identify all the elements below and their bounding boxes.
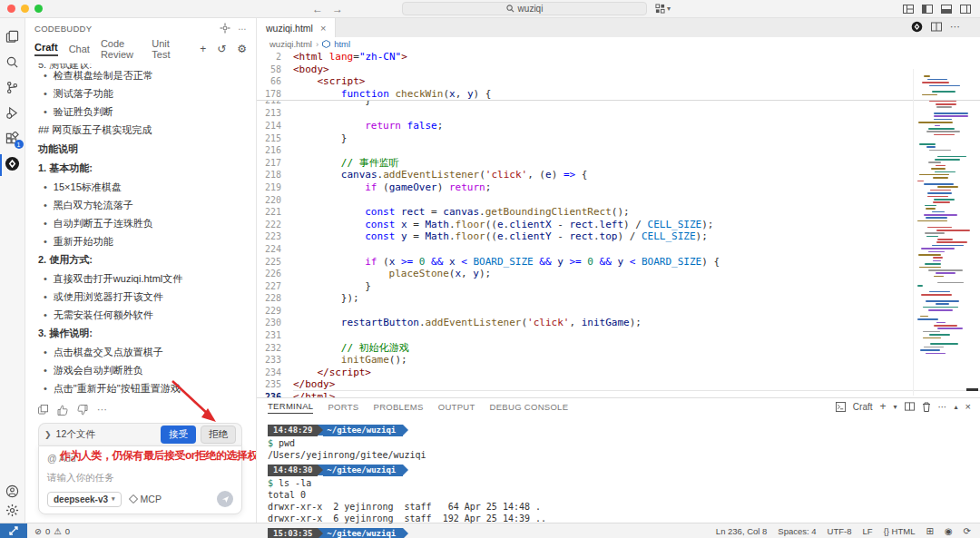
close-panel-icon[interactable]: × xyxy=(965,401,971,412)
panel-tab-ports[interactable]: PORTS xyxy=(328,402,358,412)
settings-gear-icon[interactable] xyxy=(5,504,19,517)
code-line[interactable]: 58<body> xyxy=(257,64,980,76)
new-chat-icon[interactable]: + xyxy=(200,43,206,55)
panel-more-actions-icon[interactable]: ⋯ xyxy=(938,402,947,412)
remote-indicator[interactable] xyxy=(0,523,27,538)
code-line[interactable]: 236</html> xyxy=(257,391,980,397)
sidebar-tab-unit-test[interactable]: Unit Test xyxy=(152,38,178,60)
code-line[interactable]: 230restartButton.addEventListener('click… xyxy=(257,317,980,329)
copilot-menu-button[interactable]: ▾ xyxy=(655,4,671,14)
code-line[interactable]: 215} xyxy=(257,132,980,145)
codebuddy-view-icon[interactable] xyxy=(0,151,25,176)
code-line[interactable]: 214return false; xyxy=(257,120,980,132)
section-title: 1. 基本功能: xyxy=(38,162,243,174)
code-line[interactable]: 216 xyxy=(257,144,980,157)
code-line[interactable]: 217// 事件监听 xyxy=(257,157,980,170)
chevron-right-icon[interactable]: ❯ xyxy=(44,430,52,439)
code-line[interactable]: 227} xyxy=(257,280,980,293)
kill-terminal-icon[interactable] xyxy=(922,402,931,412)
code-line[interactable]: 178function checkWin(x, y) { xyxy=(257,88,980,101)
move-view-icon[interactable] xyxy=(220,23,230,34)
files-count-label[interactable]: 12个文件 xyxy=(56,428,95,441)
code-line[interactable]: 221const rect = canvas.getBoundingClient… xyxy=(257,206,980,219)
model-selector[interactable]: deepseek-v3 ▾ xyxy=(47,492,122,507)
code-line[interactable]: 212} xyxy=(257,101,980,107)
code-line[interactable]: 219if (gameOver) return; xyxy=(257,181,980,194)
new-terminal-icon[interactable]: + xyxy=(880,400,887,413)
code-line[interactable]: 228}); xyxy=(257,292,980,305)
history-icon[interactable]: ↺ xyxy=(217,43,226,55)
window-controls[interactable] xyxy=(7,5,43,13)
customize-layout-icon[interactable] xyxy=(903,5,914,14)
overview-ruler[interactable] xyxy=(964,51,980,397)
code-line[interactable]: 234</script> xyxy=(257,367,980,379)
more-actions-icon[interactable]: ⋯ xyxy=(238,24,247,34)
code-line[interactable]: 66<script> xyxy=(257,75,980,88)
clipped-code-line[interactable]: 212} xyxy=(257,101,980,107)
code-line[interactable]: 235</body> xyxy=(257,378,980,391)
run-debug-icon[interactable] xyxy=(0,100,25,125)
editor-more-actions-icon[interactable]: ⋯ xyxy=(950,21,960,33)
close-window-button[interactable] xyxy=(7,5,15,13)
code-line[interactable]: 232// 初始化游戏 xyxy=(257,342,980,355)
sidebar-tab-craft[interactable]: Craft xyxy=(34,42,58,56)
code-line[interactable]: 2<html lang="zh-CN"> xyxy=(257,51,980,64)
panel-tab-terminal[interactable]: TERMINAL xyxy=(268,401,313,414)
copy-icon[interactable] xyxy=(38,405,48,415)
settings-icon[interactable]: ⚙ xyxy=(237,43,247,55)
explorer-icon[interactable] xyxy=(0,24,25,49)
panel-tab-debug-console[interactable]: DEBUG CONSOLE xyxy=(490,402,569,412)
mcp-button[interactable]: MCP xyxy=(129,494,162,504)
maximize-panel-icon[interactable]: ▴ xyxy=(955,403,958,411)
more-feedback-icon[interactable]: ⋯ xyxy=(97,404,107,416)
code-line[interactable]: 233initGame(); xyxy=(257,354,980,367)
code-line[interactable]: 218canvas.addEventListener('click', (e) … xyxy=(257,169,980,181)
code-line[interactable]: 222const x = Math.floor((e.clientX - rec… xyxy=(257,219,980,231)
thumbs-up-icon[interactable] xyxy=(57,405,68,416)
terminal-command: $ pwd xyxy=(268,437,980,449)
code-line[interactable]: 223const y = Math.floor((e.clientY - rec… xyxy=(257,230,980,243)
tab-wuziqi-html[interactable]: wuziqi.html × xyxy=(257,18,336,37)
panel-tab-problems[interactable]: PROBLEMS xyxy=(374,402,424,412)
command-center-search[interactable]: wuziqi xyxy=(402,2,647,15)
history-forward-button[interactable]: → xyxy=(332,3,343,15)
code-line[interactable]: 225if (x >= 0 && x < BOARD_SIZE && y >= … xyxy=(257,256,980,269)
thumbs-down-icon[interactable] xyxy=(77,405,88,416)
breadcrumb-file[interactable]: wuziqi.html xyxy=(270,39,312,49)
source-control-icon[interactable] xyxy=(0,74,25,100)
terminal-name-label[interactable]: Craft xyxy=(853,402,873,412)
extensions-icon[interactable]: 1 xyxy=(0,125,25,151)
code-line[interactable]: 213 xyxy=(257,107,980,120)
problems-summary[interactable]: ⊘ 0 ⚠ 0 xyxy=(34,526,70,536)
minimize-window-button[interactable] xyxy=(21,5,29,13)
toggle-secondary-sidebar-icon[interactable] xyxy=(960,5,971,14)
search-view-icon[interactable] xyxy=(0,49,25,74)
code-area[interactable]: 2<html lang="zh-CN">58<body>66<script>17… xyxy=(257,51,980,397)
toggle-panel-icon[interactable] xyxy=(941,5,952,14)
breadcrumb-symbol[interactable]: html xyxy=(334,39,350,49)
codebuddy-run-icon[interactable] xyxy=(911,21,923,33)
split-terminal-icon[interactable] xyxy=(905,402,915,411)
sidebar-tab-code-review[interactable]: Code Review xyxy=(101,38,141,60)
toggle-primary-sidebar-icon[interactable] xyxy=(922,5,933,14)
sidebar-tab-chat[interactable]: Chat xyxy=(69,44,90,54)
code-line[interactable]: 220 xyxy=(257,194,980,207)
account-icon[interactable] xyxy=(5,484,19,498)
split-editor-icon[interactable] xyxy=(931,22,942,32)
chevron-down-icon[interactable]: ▾ xyxy=(894,403,897,411)
minimap[interactable] xyxy=(913,69,964,396)
maximize-window-button[interactable] xyxy=(34,5,43,13)
code-line[interactable]: 224 xyxy=(257,243,980,256)
terminal-output[interactable]: 14:48:29~/gitee/wuziqi$ pwd/Users/yejinr… xyxy=(257,416,980,538)
app-window: ← → wuziqi ▾ xyxy=(0,0,980,538)
code-line[interactable]: 231 xyxy=(257,329,980,342)
history-back-button[interactable]: ← xyxy=(312,3,323,15)
panel-tab-output[interactable]: OUTPUT xyxy=(438,402,475,412)
task-input-placeholder[interactable]: 请输入你的任务 xyxy=(47,472,233,484)
code-line[interactable]: 226placeStone(x, y); xyxy=(257,268,980,280)
send-button[interactable] xyxy=(217,491,233,507)
code-line[interactable]: 229 xyxy=(257,305,980,318)
close-tab-icon[interactable]: × xyxy=(320,23,326,34)
breadcrumb[interactable]: wuziqi.html › html xyxy=(257,37,980,51)
section-title: 2. 使用方式: xyxy=(38,254,243,266)
